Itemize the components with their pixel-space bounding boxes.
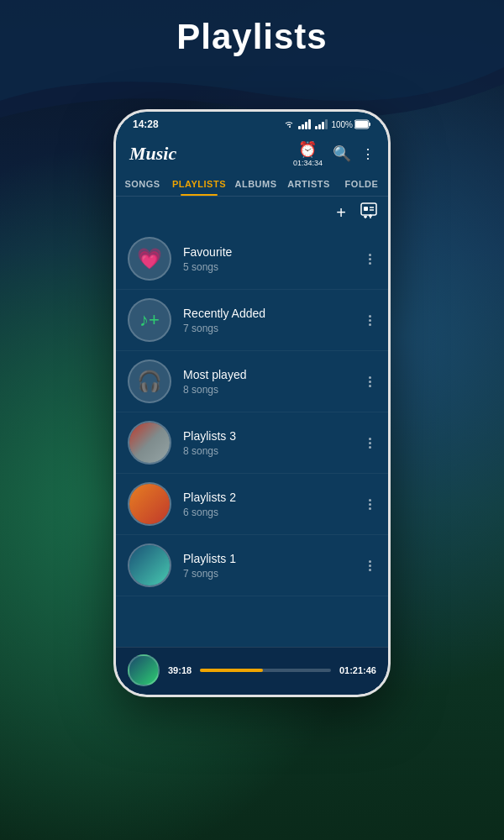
playlist-thumb-recently-added: ♪+ [128, 298, 171, 342]
playlist-thumb-most-played: 🎧 [128, 360, 171, 403]
svg-rect-4 [364, 207, 368, 211]
playlist-more-favourite[interactable] [364, 250, 376, 268]
bottom-player[interactable]: 39:18 01:21:46 [116, 647, 388, 695]
app-header-icons: ⏰ 01:34:34 🔍 ⋮ [293, 140, 375, 167]
playlist-name-favourite: Favourite [183, 245, 364, 259]
playlist-name-most-played: Most played [183, 368, 364, 381]
playlist-item-favourite[interactable]: 💗 Favourite 5 songs [116, 228, 388, 290]
player-progress-track [200, 669, 331, 672]
playlist-count-playlists-3: 8 songs [183, 445, 364, 457]
signal-bars [298, 119, 311, 129]
app-logo: Music [129, 143, 176, 165]
playlist-item-playlists-3[interactable]: Playlists 3 8 songs [116, 412, 388, 474]
action-bar: + [116, 197, 388, 228]
status-time: 14:28 [133, 118, 159, 130]
wifi-icon [283, 119, 295, 129]
playlist-info-playlists-2: Playlists 2 6 songs [183, 491, 364, 518]
playlist-name-playlists-2: Playlists 2 [183, 491, 364, 504]
playlist-count-playlists-1: 7 songs [183, 568, 364, 580]
playlist-count-recently-added: 7 songs [183, 323, 364, 334]
playlist-info-favourite: Favourite 5 songs [183, 245, 364, 273]
playlist-count-playlists-2: 6 songs [183, 507, 364, 518]
tab-songs[interactable]: SONGS [116, 171, 169, 196]
signal-bars-2 [315, 119, 328, 129]
import-icon [360, 202, 378, 220]
playlist-name-playlists-3: Playlists 3 [183, 429, 364, 443]
player-progress-fill [200, 669, 263, 672]
svg-rect-1 [369, 123, 370, 126]
playlist-item-recently-added[interactable]: ♪+ Recently Added 7 songs [116, 290, 388, 351]
status-icons: 100% [283, 119, 371, 129]
tab-playlists[interactable]: PLAYLISTS [169, 171, 229, 196]
playlist-info-recently-added: Recently Added 7 songs [183, 307, 364, 334]
playlist-info-most-played: Most played 8 songs [183, 368, 364, 396]
battery-icon: 100% [331, 119, 371, 129]
playlist-more-playlists-3[interactable] [364, 434, 376, 452]
playlist-thumb-playlists-2 [128, 482, 171, 526]
search-icon[interactable]: 🔍 [333, 144, 351, 163]
playlist-thumb-favourite: 💗 [128, 237, 171, 281]
playlist-more-most-played[interactable] [364, 373, 376, 391]
more-options-icon[interactable]: ⋮ [361, 146, 375, 162]
tab-artists[interactable]: ARTISTS [282, 171, 335, 196]
road-thumb-image [129, 423, 170, 463]
waves-thumb-image [129, 545, 170, 585]
svg-rect-2 [355, 121, 368, 128]
playlist-count-favourite: 5 songs [183, 261, 364, 273]
headphones-icon: 🎧 [137, 370, 162, 393]
app-header: Music ⏰ 01:34:34 🔍 ⋮ [116, 134, 388, 171]
grid-thumb-image [129, 484, 170, 524]
import-playlist-button[interactable] [360, 202, 378, 223]
playlist-item-playlists-2[interactable]: Playlists 2 6 songs [116, 474, 388, 535]
status-bar: 14:28 [116, 112, 388, 134]
tab-albums[interactable]: ALBUMS [229, 171, 282, 196]
tab-folder[interactable]: FOLDE [335, 171, 388, 196]
timer-value: 01:34:34 [293, 159, 323, 167]
player-album-art [128, 654, 160, 686]
battery-shape [354, 119, 371, 129]
playlist-item-most-played[interactable]: 🎧 Most played 8 songs [116, 351, 388, 412]
player-time-total: 01:21:46 [339, 665, 376, 675]
playlist-info-playlists-1: Playlists 1 7 songs [183, 552, 364, 580]
playlist-more-playlists-2[interactable] [364, 496, 376, 513]
playlist-name-recently-added: Recently Added [183, 307, 364, 320]
playlist-item-playlists-1[interactable]: Playlists 1 7 songs [116, 535, 388, 596]
player-time-elapsed: 39:18 [168, 665, 192, 675]
phone-screen: 14:28 [116, 112, 388, 695]
playlist-count-most-played: 8 songs [183, 384, 364, 396]
add-playlist-button[interactable]: + [336, 203, 346, 223]
favourite-icon: 💗 [137, 247, 162, 270]
page-title: Playlists [0, 17, 504, 57]
playlist-name-playlists-1: Playlists 1 [183, 552, 364, 565]
svg-rect-3 [361, 203, 376, 215]
recently-added-icon: ♪+ [139, 309, 160, 331]
phone-frame: 14:28 [113, 109, 391, 697]
playlist-thumb-playlists-3 [128, 421, 171, 465]
playlist-more-recently-added[interactable] [364, 312, 376, 329]
playlist-thumb-playlists-1 [128, 543, 171, 587]
playlist-more-playlists-1[interactable] [364, 557, 376, 575]
playlist-info-playlists-3: Playlists 3 8 songs [183, 429, 364, 457]
timer-icon: ⏰ [298, 140, 317, 159]
player-progress[interactable] [200, 669, 331, 672]
nav-tabs: SONGS PLAYLISTS ALBUMS ARTISTS FOLDE [116, 171, 388, 197]
playlist-list: 💗 Favourite 5 songs ♪+ Recently Added 7 … [116, 228, 388, 647]
timer-button[interactable]: ⏰ 01:34:34 [293, 140, 323, 167]
